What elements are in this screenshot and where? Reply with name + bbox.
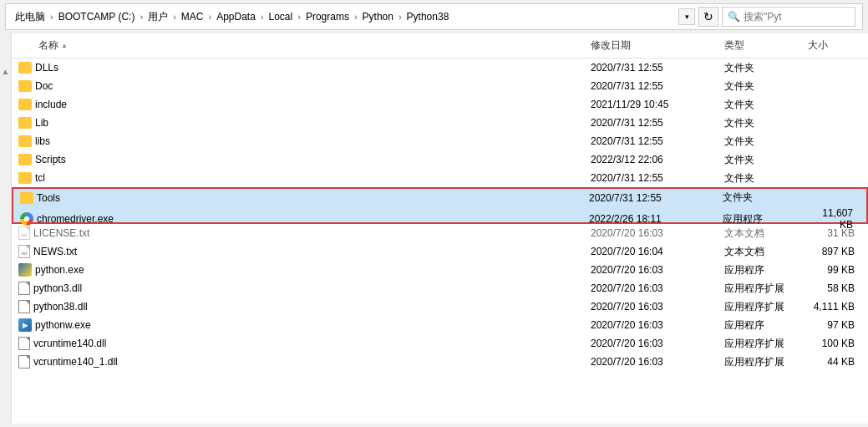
col-header-type[interactable]: 类型 (718, 37, 801, 54)
file-date: 2020/7/31 12:55 (584, 80, 718, 92)
exe-icon: ▶ (18, 318, 32, 332)
search-box: 🔍 (722, 7, 855, 27)
python-exe-icon (18, 263, 32, 277)
table-row[interactable]: python3.dll 2020/7/20 16:03 应用程序扩展 58 KB (12, 279, 868, 297)
file-date: 2022/3/12 22:06 (584, 154, 718, 165)
path-bootcamp[interactable]: BOOTCAMP (C:) (56, 10, 138, 23)
table-row[interactable]: Tools 2020/7/31 12:55 文件夹 (12, 187, 868, 206)
table-row[interactable]: DLLs 2020/7/31 12:55 文件夹 (12, 58, 868, 77)
file-date: 2020/7/20 16:03 (584, 264, 718, 276)
file-name-cell: python.exe (12, 263, 584, 277)
nav-arrow-up[interactable]: ▲ (2, 67, 10, 76)
file-type: 文件夹 (716, 191, 799, 205)
file-name: chromedriver.exe (37, 213, 114, 225)
dll-icon (18, 282, 30, 295)
file-name: python3.dll (33, 282, 82, 294)
file-date: 2020/7/20 16:03 (584, 301, 718, 313)
file-area: ▲ 名称 ▲ 修改日期 类型 大小 DLLs 2020/7/31 12:55 (0, 33, 868, 424)
file-size: 4,111 KB (801, 301, 868, 313)
file-name: DLLs (35, 62, 58, 74)
path-computer[interactable]: 此电脑 (13, 9, 48, 25)
file-type: 应用程序 (718, 263, 801, 277)
col-header-size[interactable]: 大小 (801, 37, 868, 54)
table-row[interactable]: txt LICENSE.txt 2020/7/20 16:03 文本文档 31 … (12, 224, 868, 242)
file-size: 58 KB (801, 282, 868, 294)
file-date: 2020/7/31 12:55 (584, 135, 718, 147)
folder-icon (20, 192, 33, 204)
file-name: libs (35, 135, 50, 147)
file-type: 文本文档 (718, 226, 801, 241)
table-row[interactable]: Doc 2020/7/31 12:55 文件夹 (12, 77, 868, 95)
file-type: 应用程序 (718, 318, 801, 333)
file-date: 2020/7/31 12:55 (584, 172, 718, 184)
column-headers: 名称 ▲ 修改日期 类型 大小 (12, 33, 868, 58)
file-size: 99 KB (801, 264, 868, 276)
file-type: 文件夹 (718, 61, 801, 75)
table-row[interactable]: python38.dll 2020/7/20 16:03 应用程序扩展 4,11… (12, 297, 868, 316)
file-type: 文件夹 (718, 79, 801, 94)
file-size: 97 KB (801, 319, 868, 331)
path-python38[interactable]: Python38 (404, 10, 452, 23)
txt-icon: txt (18, 245, 30, 258)
file-name-cell: vcruntime140_1.dll (12, 355, 584, 369)
search-icon: 🔍 (728, 11, 740, 23)
file-name-cell: tcl (12, 172, 584, 184)
table-row[interactable]: vcruntime140_1.dll 2020/7/20 16:03 应用程序扩… (12, 353, 868, 371)
table-row[interactable]: tcl 2020/7/31 12:55 文件夹 (12, 169, 868, 187)
file-name-cell: ▶ pythonw.exe (12, 318, 584, 332)
dropdown-button[interactable]: ▾ (678, 8, 695, 25)
file-size: 44 KB (801, 356, 868, 368)
col-header-date[interactable]: 修改日期 (584, 37, 718, 54)
folder-icon (18, 154, 32, 165)
table-row[interactable]: ▶ pythonw.exe 2020/7/20 16:03 应用程序 97 KB (12, 316, 868, 334)
file-size: 897 KB (801, 246, 868, 257)
table-row[interactable]: vcruntime140.dll 2020/7/20 16:03 应用程序扩展 … (12, 334, 868, 353)
table-row[interactable]: chromedriver.exe 2022/2/26 18:11 应用程序 11… (12, 206, 868, 224)
main-panel: 名称 ▲ 修改日期 类型 大小 DLLs 2020/7/31 12:55 文件夹… (12, 33, 868, 424)
dll-icon (18, 300, 30, 313)
table-row[interactable]: Scripts 2022/3/12 22:06 文件夹 (12, 150, 868, 169)
path-users[interactable]: 用户 (145, 9, 170, 25)
file-date: 2020/7/20 16:03 (584, 319, 718, 331)
refresh-button[interactable]: ↻ (698, 7, 718, 27)
file-name: LICENSE.txt (33, 227, 89, 239)
path-python[interactable]: Python (360, 10, 396, 23)
col-header-name[interactable]: 名称 ▲ (12, 37, 584, 54)
file-name: vcruntime140.dll (33, 338, 106, 349)
txt-icon: txt (18, 226, 30, 240)
file-date: 2020/7/20 16:03 (584, 282, 718, 294)
folder-icon (18, 62, 32, 74)
file-name-cell: Lib (12, 117, 584, 129)
table-row[interactable]: python.exe 2020/7/20 16:03 应用程序 99 KB (12, 261, 868, 279)
table-row[interactable]: libs 2020/7/31 12:55 文件夹 (12, 132, 868, 150)
path-mac[interactable]: MAC (179, 10, 206, 23)
file-type: 文件夹 (718, 153, 801, 167)
file-date: 2020/7/31 12:55 (584, 62, 718, 74)
table-row[interactable]: Lib 2020/7/31 12:55 文件夹 (12, 114, 868, 132)
path-appdata[interactable]: AppData (214, 10, 258, 23)
file-name: python.exe (35, 264, 84, 276)
file-name: NEWS.txt (33, 246, 77, 257)
file-type: 应用程序扩展 (718, 355, 801, 369)
dll-icon (18, 355, 30, 369)
file-name-cell: python38.dll (12, 300, 584, 313)
file-date: 2020/7/20 16:03 (584, 338, 718, 349)
address-path: 此电脑 › BOOTCAMP (C:) › 用户 › MAC › AppData… (13, 9, 675, 25)
search-input[interactable] (744, 11, 844, 23)
table-row[interactable]: txt NEWS.txt 2020/7/20 16:04 文本文档 897 KB (12, 242, 868, 261)
file-type: 应用程序扩展 (718, 282, 801, 296)
file-size: 31 KB (801, 227, 868, 239)
folder-icon (18, 135, 32, 147)
file-date: 2021/11/29 10:45 (584, 99, 718, 110)
table-row[interactable]: include 2021/11/29 10:45 文件夹 (12, 95, 868, 114)
file-name-cell: txt LICENSE.txt (12, 226, 584, 240)
file-name-cell: include (12, 99, 584, 110)
path-programs[interactable]: Programs (303, 10, 352, 23)
file-type: 文件夹 (718, 171, 801, 186)
file-date: 2020/7/31 12:55 (582, 192, 716, 204)
file-date: 2022/2/26 18:11 (582, 213, 716, 225)
dll-icon (18, 337, 30, 350)
path-local[interactable]: Local (266, 10, 296, 23)
file-name: Doc (35, 80, 53, 92)
file-name-cell: vcruntime140.dll (12, 337, 584, 350)
